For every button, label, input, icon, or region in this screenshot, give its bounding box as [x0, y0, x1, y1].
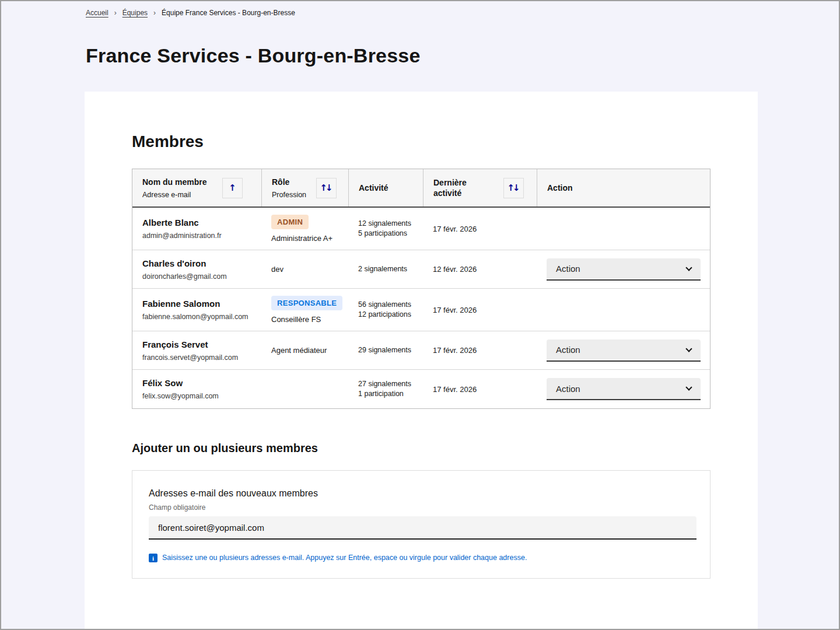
sort-button[interactable]: ↑↓ [316, 178, 337, 198]
action-dropdown[interactable]: Action [547, 258, 701, 281]
members-table: Nom du membre Adresse e-mail ↑ Rôle Prof… [132, 169, 710, 409]
main-content-card: Membres Nom du membre Adresse e-mail ↑ R… [85, 92, 758, 630]
member-last-activity-cell: 17 févr. 2026 [423, 208, 537, 250]
sort-ascending-button[interactable]: ↑ [222, 178, 243, 198]
member-profession: Agent médiateur [271, 346, 341, 355]
sort-button[interactable]: ↑↓ [503, 178, 524, 198]
table-header-row: Nom du membre Adresse e-mail ↑ Rôle Prof… [132, 169, 710, 208]
member-email: doironcharles@gmail.com [142, 272, 254, 281]
column-header-name: Nom du membre Adresse e-mail ↑ [132, 169, 261, 206]
member-name-cell: François Servet francois.servet@yopmail.… [132, 331, 261, 369]
column-title: Nom du membre [142, 177, 206, 187]
responsable-badge: RESPONSABLE [271, 296, 342, 310]
member-action-cell: Action [537, 331, 710, 369]
column-title: Action [547, 183, 573, 193]
member-activity-cell: 56 signalements 12 participations [348, 289, 423, 331]
member-activity-cell: 2 signalements [348, 250, 423, 288]
member-role-cell: Agent médiateur [261, 331, 348, 369]
last-activity-date: 12 févr. 2026 [433, 265, 530, 274]
action-dropdown-label: Action [556, 264, 580, 274]
activity-line: 56 signalements [358, 300, 416, 310]
member-profession: Administratrice A+ [271, 234, 341, 243]
info-message-text: Saisissez une ou plusieurs adresses e-ma… [162, 553, 527, 562]
member-action-cell: Action [537, 250, 710, 288]
member-name: Félix Sow [142, 378, 254, 388]
breadcrumb-link-accueil[interactable]: Accueil [86, 9, 108, 17]
member-last-activity-cell: 17 févr. 2026 [423, 289, 537, 331]
action-dropdown[interactable]: Action [547, 340, 701, 362]
member-action-cell [537, 289, 710, 331]
member-row: François Servet francois.servet@yopmail.… [132, 331, 710, 370]
member-name-cell: Fabienne Salomon fabienne.salomon@yopmai… [132, 289, 261, 331]
action-dropdown[interactable]: Action [547, 378, 701, 400]
member-profession: Conseillère FS [271, 315, 341, 324]
last-activity-date: 17 févr. 2026 [433, 346, 530, 355]
member-name-cell: Félix Sow felix.sow@yopmail.com [132, 370, 261, 408]
info-message: i Saisissez une ou plusieurs adresses e-… [149, 553, 695, 562]
activity-line: 12 participations [358, 310, 416, 320]
activity-line: 1 participation [358, 389, 416, 399]
last-activity-date: 17 févr. 2026 [433, 225, 530, 233]
email-field-hint: Champ obligatoire [149, 503, 695, 512]
member-name: François Servet [142, 340, 254, 349]
member-role-cell: ADMIN Administratrice A+ [261, 208, 348, 250]
chevron-down-icon [685, 264, 692, 271]
new-members-email-input[interactable] [149, 516, 696, 540]
email-field-label: Adresses e-mail des nouveaux membres [149, 488, 695, 499]
members-heading: Membres [132, 132, 710, 151]
column-subtitle: Adresse e-mail [142, 191, 206, 199]
member-row: Charles d'oiron doironcharles@gmail.com … [132, 250, 710, 289]
member-role-cell: RESPONSABLE Conseillère FS [261, 289, 348, 331]
admin-badge: ADMIN [271, 215, 309, 229]
member-name: Fabienne Salomon [142, 299, 254, 309]
member-last-activity-cell: 17 févr. 2026 [423, 370, 537, 408]
member-email: fabienne.salomon@yopmail.com [142, 313, 254, 321]
add-members-heading: Ajouter un ou plusieurs membres [132, 442, 710, 455]
column-header-last-activity: Dernière activité ↑↓ [423, 169, 537, 206]
column-title: Rôle [272, 177, 306, 187]
member-last-activity-cell: 17 févr. 2026 [423, 331, 537, 369]
member-activity-cell: 27 signalements 1 participation [348, 370, 423, 408]
column-header-action: Action [537, 169, 710, 206]
chevron-down-icon [685, 345, 692, 352]
column-header-role: Rôle Profession ↑↓ [261, 169, 348, 206]
member-row: Alberte Blanc admin@administration.fr AD… [132, 208, 710, 250]
member-row: Félix Sow felix.sow@yopmail.com 27 signa… [132, 370, 710, 408]
member-role-cell [261, 370, 348, 408]
breadcrumb-link-equipes[interactable]: Équipes [123, 9, 148, 17]
activity-line: 12 signalements [358, 219, 416, 229]
page: Accueil › Équipes › Équipe France Servic… [0, 0, 840, 630]
member-action-cell [537, 208, 710, 250]
member-action-cell: Action [537, 370, 710, 408]
member-email: francois.servet@yopmail.com [142, 354, 254, 362]
member-email: felix.sow@yopmail.com [142, 392, 254, 400]
member-email: admin@administration.fr [142, 232, 254, 240]
breadcrumb-current: Équipe France Services - Bourg-en-Bresse [162, 9, 295, 17]
action-dropdown-label: Action [556, 384, 580, 394]
column-title: Dernière activité [433, 177, 487, 198]
column-header-activity: Activité [348, 169, 423, 206]
chevron-right-icon: › [114, 9, 117, 16]
breadcrumb: Accueil › Équipes › Équipe France Servic… [1, 1, 839, 17]
activity-line: 27 signalements [358, 379, 416, 389]
add-members-card: Adresses e-mail des nouveaux membres Cha… [132, 470, 710, 579]
column-subtitle: Profession [272, 191, 306, 199]
info-icon: i [149, 554, 158, 562]
member-name-cell: Charles d'oiron doironcharles@gmail.com [132, 250, 261, 288]
member-name-cell: Alberte Blanc admin@administration.fr [132, 208, 261, 250]
last-activity-date: 17 févr. 2026 [433, 385, 530, 394]
page-title: France Services - Bourg-en-Bresse [86, 44, 839, 67]
column-title: Activité [359, 183, 388, 193]
member-profession: dev [271, 265, 341, 274]
member-name: Alberte Blanc [142, 218, 254, 228]
member-row: Fabienne Salomon fabienne.salomon@yopmai… [132, 289, 710, 331]
member-role-cell: dev [261, 250, 348, 288]
member-last-activity-cell: 12 févr. 2026 [423, 250, 537, 288]
activity-line: 29 signalements [358, 345, 416, 355]
action-dropdown-label: Action [556, 345, 580, 355]
member-activity-cell: 12 signalements 5 participations [348, 208, 423, 250]
activity-line: 5 participations [358, 229, 416, 239]
member-activity-cell: 29 signalements [348, 331, 423, 369]
last-activity-date: 17 févr. 2026 [433, 306, 530, 314]
activity-line: 2 signalements [358, 264, 416, 274]
